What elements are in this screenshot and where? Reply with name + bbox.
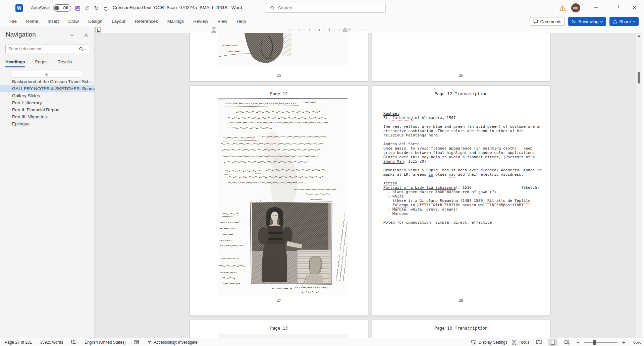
page-28-transcription: Page 12 Transcription RaphaelSt. Catheri… [372, 85, 550, 316]
transcription-line: crisp borders between final highlight an… [383, 151, 548, 155]
search-icon [270, 6, 275, 10]
page-header: Page 13 [190, 326, 368, 331]
redo-button[interactable]: ↺ [93, 4, 100, 12]
transcription-line: Titian [383, 181, 548, 185]
ribbon-tab-design[interactable]: Design [84, 16, 107, 27]
nav-heading-item[interactable]: GALLERY NOTES & SKETCHES: Scans... [0, 85, 95, 92]
nav-heading-item[interactable]: Epilogue [0, 120, 95, 127]
ribbon-tab-insert[interactable]: Insert [43, 16, 64, 27]
avatar[interactable]: NH [571, 3, 580, 12]
vertical-scrollbar[interactable] [636, 33, 642, 338]
svg-text:1: 1 [328, 28, 330, 32]
zoom-out-button[interactable]: − [576, 339, 579, 345]
page-number: 28 [372, 298, 550, 303]
nav-tab-results[interactable]: Results [57, 59, 72, 67]
zoom-in-button[interactable]: + [622, 339, 625, 345]
reviewing-button[interactable]: Reviewing [568, 17, 606, 26]
ribbon-tab-help[interactable]: Help [232, 16, 251, 27]
save-button[interactable] [74, 4, 81, 12]
language-indicator[interactable]: English (United States) [85, 340, 126, 345]
search-icon[interactable] [79, 47, 84, 52]
ribbon-tab-view[interactable]: View [213, 16, 232, 27]
scanned-sketch-bottom [218, 33, 347, 67]
tab-selector[interactable] [95, 27, 101, 33]
focus-button[interactable]: Focus [512, 340, 530, 345]
word-count[interactable]: 35925 words [40, 340, 63, 345]
collapse-all-icon [45, 73, 49, 76]
restore-icon [614, 6, 617, 9]
display-settings-icon [471, 340, 477, 345]
nav-heading-item[interactable]: Background of the Cresson Travel Sch... [0, 78, 95, 85]
document-canvas[interactable]: 25 26 Page 12 27 Page 12 Transcription R… [95, 33, 636, 338]
reviewing-person-icon [572, 19, 576, 24]
comments-button[interactable]: Comments [530, 17, 565, 26]
page-number: 25 [190, 73, 368, 78]
nav-options-chevron[interactable] [68, 32, 75, 39]
ribbon-tab-mailings[interactable]: Mailings [163, 16, 189, 27]
scrollbar-thumb[interactable] [638, 72, 640, 83]
text-predictions-icon[interactable] [134, 340, 139, 345]
alert-icon[interactable] [559, 5, 566, 11]
nav-tab-pages[interactable]: Pages [35, 59, 48, 67]
transcription-line: Glazes over this may help to avoid a fla… [383, 155, 548, 159]
search-input[interactable] [278, 5, 372, 10]
zoom-slider-thumb[interactable] [593, 340, 596, 345]
ribbon-tab-layout[interactable]: Layout [107, 16, 130, 27]
right-indent-marker [343, 28, 347, 32]
page-indicator[interactable]: Page 27 of 231 [5, 340, 32, 345]
search-box[interactable] [266, 3, 386, 13]
display-settings-button[interactable]: Display Settings [471, 340, 507, 345]
transcription-line: Young Man, 1515-20) [383, 159, 548, 164]
focus-icon [512, 340, 517, 345]
zoom-level[interactable]: 66% [630, 340, 641, 345]
toggle-knob-icon [54, 6, 59, 10]
undo-button[interactable]: ↺ [83, 4, 91, 12]
print-layout-button[interactable] [548, 339, 557, 346]
web-layout-button[interactable] [562, 339, 572, 346]
comment-icon [533, 19, 538, 24]
ribbon-tab-review[interactable]: Review [189, 16, 213, 27]
nav-close-button[interactable] [83, 32, 89, 39]
page-13-transcription-top: Page 13 Transcription [372, 320, 550, 338]
transcription-line: masks at LR; greens In blues may add the… [383, 172, 548, 177]
share-button[interactable]: Share [609, 17, 639, 26]
read-mode-button[interactable] [534, 339, 543, 346]
zoom-slider[interactable] [584, 342, 618, 343]
nav-search-box[interactable] [5, 45, 89, 53]
nav-heading-item[interactable]: Gallery Slides [0, 92, 95, 99]
nav-tab-headings[interactable]: Headings [5, 59, 25, 67]
ribbon-tab-file[interactable]: File [5, 16, 21, 27]
transcription-line: - blank green darker than maroon red of … [383, 190, 548, 194]
page-number: 26 [372, 73, 550, 78]
restore-button[interactable] [606, 0, 625, 15]
customize-qat-button[interactable] [102, 5, 109, 13]
ribbon-tab-references[interactable]: References [130, 16, 163, 27]
accessibility-icon [147, 340, 152, 345]
ribbon-tab-draw[interactable]: Draw [64, 16, 84, 27]
nav-heading-item[interactable]: Part II: Financial Report [0, 106, 95, 113]
transcription-line: The red, yellow, grey blue and green (an… [383, 124, 548, 129]
scroll-up-icon[interactable] [637, 35, 641, 37]
ribbon-tab-home[interactable]: Home [21, 16, 43, 27]
nav-search-input[interactable] [8, 47, 79, 51]
transcription-line: Noted for composition, simple, direct, e… [383, 220, 548, 225]
accessibility-status[interactable]: Accessibility: Investigate [147, 340, 198, 345]
hanging-indent-marker [212, 30, 216, 32]
transcription-line: - (there is a Girolano Romanino (1485-15… [383, 198, 548, 203]
proofing-errors-icon[interactable] [71, 340, 76, 345]
minimize-button[interactable] [587, 0, 606, 15]
autosave-toggle[interactable]: Off [53, 4, 71, 12]
close-button[interactable] [625, 0, 644, 15]
handwritten-scan [218, 98, 347, 295]
scan-strip [218, 334, 347, 338]
search-options-chevron[interactable] [84, 47, 87, 50]
nav-heading-item[interactable]: Part I: Itinerary [0, 99, 95, 106]
ruler[interactable]: 12 [95, 27, 636, 33]
nav-heading-item[interactable]: Part III: Vignettes [0, 113, 95, 120]
word-app-icon[interactable]: W [15, 4, 23, 12]
nav-heading-list: Background of the Cresson Travel Sch...G… [0, 78, 95, 127]
word-window: W AutoSave Off ↺ ↺ CressonReportText_OCR… [0, 0, 644, 346]
transcription-line: - Maroons [383, 212, 548, 216]
nav-collapse-item[interactable] [11, 71, 82, 77]
transcription-line [383, 137, 548, 142]
